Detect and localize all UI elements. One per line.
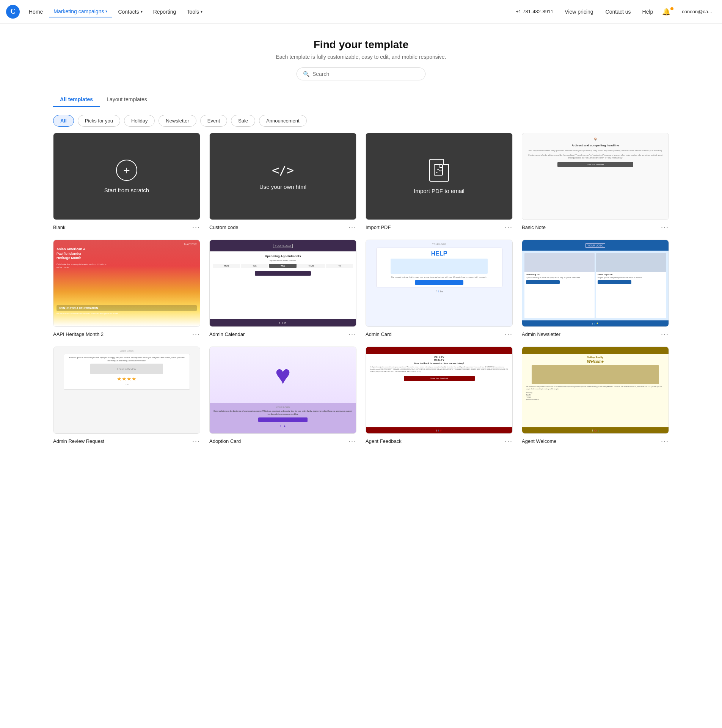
chevron-down-icon: ▾ [105, 9, 107, 13]
filters-row: All Picks for you Holiday Newsletter Eve… [0, 107, 722, 133]
filter-newsletter[interactable]: Newsletter [159, 115, 196, 127]
template-custom-code-footer: Custom code ··· [209, 224, 356, 231]
template-basic-note[interactable]: 🏠 A direct and compelling headline Your … [522, 133, 669, 231]
template-aapi-footer: AAPI Heritage Month 2 ··· [53, 331, 200, 337]
template-import-pdf[interactable]: Import PDF to email Import PDF ··· [366, 133, 513, 231]
filter-holiday[interactable]: Holiday [124, 115, 155, 127]
template-agent-feedback-footer: Agent Feedback ··· [366, 438, 513, 444]
navbar: C Home Marketing campaigns ▾ Contacts ▾ … [0, 0, 722, 24]
template-admin-newsletter-more[interactable]: ··· [661, 331, 669, 337]
template-adoption[interactable]: ♥ YOUR LOGO Congratulations on the begin… [209, 347, 356, 444]
nav-contacts[interactable]: Contacts ▾ [113, 6, 147, 17]
template-agent-feedback[interactable]: VALLEYREALTY Your feedback is essential.… [366, 347, 513, 444]
pdf-icon: Import PDF to email [414, 159, 464, 194]
filter-event[interactable]: Event [200, 115, 227, 127]
template-agent-feedback-more[interactable]: ··· [505, 438, 513, 444]
tabs-row: All templates Layout templates [0, 88, 722, 107]
chevron-down-icon: ▾ [201, 9, 202, 14]
template-custom-code-more[interactable]: ··· [348, 224, 356, 231]
search-bar[interactable]: 🔍 [297, 67, 425, 80]
page-title: Find your template [8, 39, 714, 51]
page-subtitle: Each template is fully customizable, eas… [8, 54, 714, 60]
pdf-file-icon [429, 159, 449, 182]
template-agent-welcome-name: Agent Welcome [522, 438, 557, 444]
template-admin-card[interactable]: YOUR LOGO HELP Our records indicate that… [366, 240, 513, 337]
svg-point-3 [436, 172, 438, 173]
nav-reporting[interactable]: Reporting [149, 6, 181, 17]
nav-home[interactable]: Home [24, 6, 47, 17]
template-aapi-name: AAPI Heritage Month 2 [53, 331, 104, 337]
chevron-down-icon: ▾ [141, 9, 143, 14]
template-admin-calendar-preview: YOUR LOGO Upcoming Appointments Updates … [209, 240, 356, 327]
template-import-pdf-footer: Import PDF ··· [366, 224, 513, 231]
template-import-pdf-preview: Import PDF to email [366, 133, 513, 220]
template-admin-card-more[interactable]: ··· [505, 331, 513, 337]
template-admin-review-footer: Admin Review Request ··· [53, 438, 200, 444]
template-custom-code-preview: </> Use your own html [209, 133, 356, 220]
template-blank[interactable]: ＋ Start from scratch Blank ··· [53, 133, 200, 231]
template-import-pdf-name: Import PDF [366, 224, 391, 230]
template-agent-welcome-preview: Valley Realty Welcome We are excited tha… [522, 347, 669, 434]
template-admin-calendar[interactable]: YOUR LOGO Upcoming Appointments Updates … [209, 240, 356, 337]
scratch-icon: ＋ Start from scratch [104, 160, 149, 193]
template-admin-review-more[interactable]: ··· [192, 438, 200, 444]
nav-contact-us[interactable]: Contact us [600, 6, 636, 17]
svg-rect-2 [434, 165, 443, 175]
template-admin-review-name: Admin Review Request [53, 438, 104, 444]
filter-announcement[interactable]: Announcement [259, 115, 306, 127]
template-aapi-preview: MAY 20XX Asian American &Pacific Islande… [53, 240, 200, 327]
template-basic-note-preview: 🏠 A direct and compelling headline Your … [522, 133, 669, 220]
html-icon: </> Use your own html [259, 163, 306, 190]
template-blank-name: Blank [53, 224, 66, 230]
templates-grid: ＋ Start from scratch Blank ··· </> Use y… [0, 133, 722, 460]
svg-text:C: C [11, 8, 16, 15]
template-admin-card-footer: Admin Card ··· [366, 331, 513, 337]
nav-view-pricing[interactable]: View pricing [559, 6, 598, 17]
tab-all-templates[interactable]: All templates [53, 93, 100, 107]
search-input[interactable] [312, 71, 419, 77]
template-agent-welcome-more[interactable]: ··· [661, 438, 669, 444]
template-admin-newsletter-footer: Admin Newsletter ··· [522, 331, 669, 337]
filter-sale[interactable]: Sale [231, 115, 255, 127]
template-admin-calendar-name: Admin Calendar [209, 331, 245, 337]
tab-layout-templates[interactable]: Layout templates [100, 93, 154, 107]
pdf-label: Import PDF to email [414, 188, 464, 194]
template-admin-card-name: Admin Card [366, 331, 392, 337]
template-aapi-more[interactable]: ··· [192, 331, 200, 337]
template-agent-feedback-name: Agent Feedback [366, 438, 402, 444]
template-blank-footer: Blank ··· [53, 224, 200, 231]
nav-user-menu[interactable]: concon@ca... [678, 6, 716, 17]
filter-all[interactable]: All [53, 115, 74, 127]
template-custom-code[interactable]: </> Use your own html Custom code ··· [209, 133, 356, 231]
html-label: Use your own html [259, 184, 306, 190]
template-admin-newsletter-preview: YOUR LOGO Investing 101 If you're lookin… [522, 240, 669, 327]
template-import-pdf-more[interactable]: ··· [505, 224, 513, 231]
nav-phone: +1 781-482-8911 [511, 6, 558, 17]
nav-tools[interactable]: Tools ▾ [182, 6, 207, 17]
template-admin-review-preview: YOUR LOGO It was so great to work with y… [53, 347, 200, 434]
nav-marketing-campaigns[interactable]: Marketing campaigns ▾ [49, 6, 112, 17]
template-adoption-more[interactable]: ··· [348, 438, 356, 444]
template-admin-calendar-footer: Admin Calendar ··· [209, 331, 356, 337]
template-admin-review[interactable]: YOUR LOGO It was so great to work with y… [53, 347, 200, 444]
plus-circle-icon: ＋ [116, 160, 137, 181]
filter-picks-for-you[interactable]: Picks for you [78, 115, 120, 127]
template-agent-feedback-preview: VALLEYREALTY Your feedback is essential.… [366, 347, 513, 434]
code-brackets-icon: </> [272, 163, 294, 177]
template-agent-welcome[interactable]: Valley Realty Welcome We are excited tha… [522, 347, 669, 444]
template-blank-preview: ＋ Start from scratch [53, 133, 200, 220]
logo[interactable]: C [6, 5, 20, 19]
template-admin-calendar-more[interactable]: ··· [348, 331, 356, 337]
template-basic-note-more[interactable]: ··· [661, 224, 669, 231]
template-admin-card-preview: YOUR LOGO HELP Our records indicate that… [366, 240, 513, 327]
template-custom-code-name: Custom code [209, 224, 239, 230]
template-basic-note-footer: Basic Note ··· [522, 224, 669, 231]
template-admin-newsletter[interactable]: YOUR LOGO Investing 101 If you're lookin… [522, 240, 669, 337]
template-aapi[interactable]: MAY 20XX Asian American &Pacific Islande… [53, 240, 200, 337]
nav-help[interactable]: Help [638, 6, 658, 17]
basic-note-thumb: 🏠 A direct and compelling headline Your … [522, 133, 669, 220]
notification-dot [670, 7, 673, 10]
notification-bell-icon[interactable]: 🔔 [659, 5, 676, 18]
template-blank-more[interactable]: ··· [192, 224, 200, 231]
template-basic-note-name: Basic Note [522, 224, 546, 230]
